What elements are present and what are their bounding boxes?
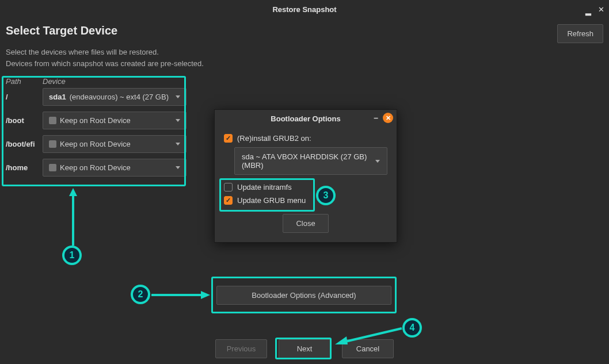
refresh-button[interactable]: Refresh xyxy=(557,24,603,43)
annotation-marker-4: 4 xyxy=(402,318,422,338)
chevron-down-icon xyxy=(176,166,180,169)
window-close-icon[interactable]: ✕ xyxy=(598,5,604,14)
dialog-title: Bootloader Options xyxy=(271,114,340,123)
chevron-down-icon xyxy=(176,143,180,145)
disk-icon xyxy=(49,164,56,171)
reinstall-grub-checkbox[interactable] xyxy=(224,134,233,143)
chevron-down-icon xyxy=(176,119,180,122)
dialog-titlebar: Bootloader Options – ✕ xyxy=(215,110,397,127)
device-select-boot[interactable]: Keep on Root Device xyxy=(43,112,186,129)
update-grubmenu-checkbox[interactable] xyxy=(224,196,233,205)
device-select-home[interactable]: Keep on Root Device xyxy=(43,159,186,177)
device-rest: Keep on Root Device xyxy=(60,116,131,125)
window-titlebar: Restore Snapshot ▂ ✕ xyxy=(0,0,609,18)
device-bold: sda1 xyxy=(49,93,66,101)
table-row: /boot/efi Keep on Root Device xyxy=(6,135,186,153)
table-row: / sda1 (endeavouros) ~ ext4 (27 GB) xyxy=(6,88,186,106)
annotation-marker-1: 1 xyxy=(62,246,82,265)
chevron-down-icon xyxy=(176,95,180,98)
dialog-minimize-icon[interactable]: – xyxy=(374,113,378,122)
next-button[interactable]: Next xyxy=(279,339,330,358)
annotation-marker-2: 2 xyxy=(131,285,150,304)
wizard-nav: Previous Next Cancel xyxy=(0,339,609,358)
window-title: Restore Snapshot xyxy=(272,5,336,14)
device-table: Path Device / sda1 (endeavouros) ~ ext4 … xyxy=(6,75,186,177)
device-rest: Keep on Root Device xyxy=(60,163,131,172)
page-title: Select Target Device xyxy=(6,24,117,37)
path-cell: /boot/efi xyxy=(6,140,43,148)
device-select-root[interactable]: sda1 (endeavouros) ~ ext4 (27 GB) xyxy=(43,88,186,106)
update-initramfs-label: Update initramfs xyxy=(237,183,292,191)
reinstall-grub-label: (Re)install GRUB2 on: xyxy=(237,134,311,143)
table-row: /boot Keep on Root Device xyxy=(6,112,186,129)
disk-icon xyxy=(49,140,56,148)
table-row: /home Keep on Root Device xyxy=(6,159,186,177)
description-line2: Devices from which snapshot was created … xyxy=(6,58,603,70)
dialog-close-icon[interactable]: ✕ xyxy=(383,113,393,123)
cancel-button[interactable]: Cancel xyxy=(342,339,394,358)
path-cell: /boot xyxy=(6,116,43,125)
device-rest: (endeavouros) ~ ext4 (27 GB) xyxy=(70,93,169,101)
description-text: Select the devices where files will be r… xyxy=(6,47,603,69)
device-select-bootefi[interactable]: Keep on Root Device xyxy=(43,135,186,153)
grub-target-select[interactable]: sda ~ ATA VBOX HARDDISK (27 GB) (MBR) xyxy=(234,147,387,175)
svg-marker-3 xyxy=(201,291,210,299)
chevron-down-icon xyxy=(375,160,380,163)
bootloader-options-dialog: Bootloader Options – ✕ (Re)install GRUB2… xyxy=(214,109,397,243)
column-device-header: Device xyxy=(43,77,186,86)
path-cell: / xyxy=(6,93,43,101)
path-cell: /home xyxy=(6,163,43,172)
update-grubmenu-label: Update GRUB menu xyxy=(237,196,306,205)
update-initramfs-checkbox[interactable] xyxy=(224,183,233,191)
column-path-header: Path xyxy=(6,77,43,86)
bootloader-options-button[interactable]: Bootloader Options (Advanced) xyxy=(216,286,391,305)
annotation-arrow-1 xyxy=(67,188,79,246)
svg-marker-1 xyxy=(69,188,77,196)
annotation-arrow-2 xyxy=(151,289,210,301)
dialog-close-button[interactable]: Close xyxy=(283,214,329,233)
previous-button[interactable]: Previous xyxy=(215,339,267,358)
grub-target-value: sda ~ ATA VBOX HARDDISK (27 GB) (MBR) xyxy=(242,152,372,170)
description-line1: Select the devices where files will be r… xyxy=(6,47,603,58)
window-minimize-icon[interactable]: ▂ xyxy=(585,7,591,16)
disk-icon xyxy=(49,117,56,124)
device-rest: Keep on Root Device xyxy=(60,140,131,148)
